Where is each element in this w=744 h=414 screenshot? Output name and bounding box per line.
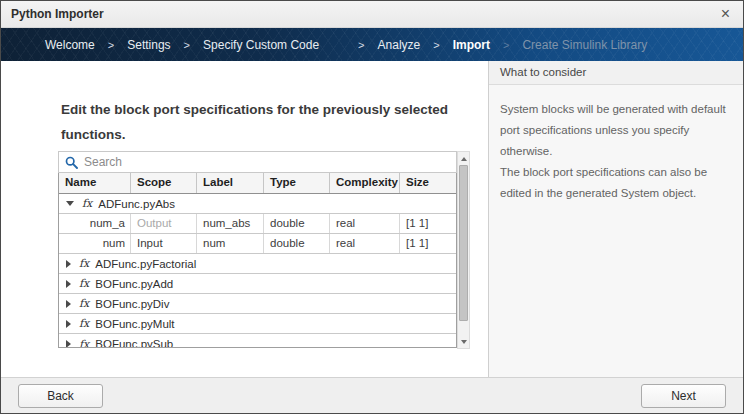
function-name: BOFunc.pySub: [95, 338, 173, 348]
function-group-row[interactable]: fxADFunc.pyFactorial: [59, 254, 456, 274]
function-icon: fx: [79, 297, 89, 310]
scroll-up-button[interactable]: [458, 153, 469, 164]
expand-arrow-icon[interactable]: [66, 300, 71, 308]
size-cell[interactable]: [1 1]: [400, 214, 456, 233]
scope-cell: Output: [131, 214, 197, 233]
title-bar: Python Importer ×: [1, 1, 743, 28]
nav-step-specify-custom-code[interactable]: Specify Custom Code: [203, 38, 319, 52]
function-name: ADFunc.pyFactorial: [95, 258, 196, 270]
footer-bar: Back Next: [1, 377, 743, 414]
size-cell[interactable]: [1 1]: [400, 234, 456, 253]
expand-arrow-icon[interactable]: [66, 280, 71, 288]
arrow-up-icon: [461, 157, 467, 161]
column-header-name[interactable]: Name: [59, 173, 131, 193]
function-icon: fx: [79, 317, 89, 330]
arrow-down-icon: [461, 340, 467, 344]
function-name: BOFunc.pyAdd: [95, 278, 173, 290]
nav-step-create-simulink-library: Create Simulink Library: [522, 38, 647, 52]
function-icon: fx: [79, 257, 89, 270]
scroll-down-button[interactable]: [458, 336, 469, 347]
sidebar-header: What to consider: [489, 61, 743, 85]
column-header-size[interactable]: Size: [400, 173, 456, 193]
expand-arrow-icon[interactable]: [66, 340, 71, 348]
function-name: BOFunc.pyMult: [95, 318, 174, 330]
complexity-cell[interactable]: real: [330, 234, 400, 253]
function-icon: fx: [79, 277, 89, 290]
help-sidebar: What to consider System blocks will be g…: [488, 61, 743, 377]
breadcrumb-separator: >: [184, 39, 190, 51]
column-header-type[interactable]: Type: [264, 173, 330, 193]
function-group-row[interactable]: fxBOFunc.pySub: [59, 334, 456, 348]
scrollbar-thumb[interactable]: [459, 165, 468, 321]
sidebar-paragraph: The block port specifications can also b…: [500, 162, 731, 204]
close-icon[interactable]: ×: [718, 6, 733, 22]
content-area: Edit the block port specifications for t…: [1, 61, 743, 377]
page-title: Edit the block port specifications for t…: [61, 97, 461, 147]
function-group-row[interactable]: fxBOFunc.pyDiv: [59, 294, 456, 314]
nav-step-analyze[interactable]: Analyze: [378, 38, 421, 52]
expand-arrow-icon[interactable]: [66, 260, 71, 268]
nav-step-settings[interactable]: Settings: [127, 38, 170, 52]
breadcrumb-separator: >: [358, 39, 364, 51]
breadcrumb-separator: >: [503, 39, 509, 51]
vertical-scrollbar[interactable]: [457, 151, 470, 349]
next-button[interactable]: Next: [641, 384, 726, 408]
expand-arrow-icon[interactable]: [66, 320, 71, 328]
label-cell[interactable]: num: [197, 234, 264, 253]
port-name-cell: num: [59, 234, 131, 253]
complexity-cell[interactable]: real: [330, 214, 400, 233]
collapse-arrow-icon[interactable]: [66, 201, 74, 206]
port-spec-scroll-region: NameScopeLabelTypeComplexitySize fxADFun…: [58, 151, 470, 349]
search-input[interactable]: [84, 155, 450, 169]
main-panel: Edit the block port specifications for t…: [1, 61, 488, 377]
back-button[interactable]: Back: [18, 384, 103, 408]
search-box[interactable]: [58, 151, 457, 173]
port-spec-table: NameScopeLabelTypeComplexitySize fxADFun…: [58, 173, 457, 348]
function-icon: fx: [79, 338, 89, 349]
window-title: Python Importer: [11, 7, 104, 21]
port-row: num_aOutputnum_absdoublereal[1 1]: [59, 214, 456, 234]
scope-cell[interactable]: Input: [131, 234, 197, 253]
column-header-label[interactable]: Label: [197, 173, 264, 193]
type-cell[interactable]: double: [264, 214, 330, 233]
breadcrumb: Welcome>Settings>Specify Custom Code>Ana…: [45, 38, 647, 52]
function-group-row[interactable]: fxADFunc.pyAbs: [59, 194, 456, 214]
port-row: numInputnumdoublereal[1 1]: [59, 234, 456, 254]
function-name: BOFunc.pyDiv: [95, 298, 169, 310]
breadcrumb-separator: >: [433, 39, 439, 51]
type-cell[interactable]: double: [264, 234, 330, 253]
nav-step-import[interactable]: Import: [453, 38, 490, 52]
function-group-row[interactable]: fxBOFunc.pyAdd: [59, 274, 456, 294]
port-name-cell: num_a: [59, 214, 131, 233]
column-header-scope[interactable]: Scope: [131, 173, 197, 193]
column-header-complexity[interactable]: Complexity: [330, 173, 400, 193]
sidebar-paragraph: System blocks will be generated with def…: [500, 99, 731, 162]
breadcrumb-separator: >: [108, 39, 114, 51]
function-icon: fx: [82, 197, 92, 210]
table-header-row: NameScopeLabelTypeComplexitySize: [59, 173, 456, 194]
function-group-row[interactable]: fxBOFunc.pyMult: [59, 314, 456, 334]
table-rows: fxADFunc.pyAbsnum_aOutputnum_absdoublere…: [59, 194, 456, 348]
function-name: ADFunc.pyAbs: [98, 198, 175, 210]
search-icon: [65, 156, 78, 169]
label-cell[interactable]: num_abs: [197, 214, 264, 233]
wizard-nav-bar: Welcome>Settings>Specify Custom Code>Ana…: [1, 28, 743, 61]
nav-step-welcome[interactable]: Welcome: [45, 38, 95, 52]
sidebar-text: System blocks will be generated with def…: [489, 85, 743, 204]
python-importer-window: Python Importer × Welcome>Settings>Speci…: [0, 0, 744, 414]
